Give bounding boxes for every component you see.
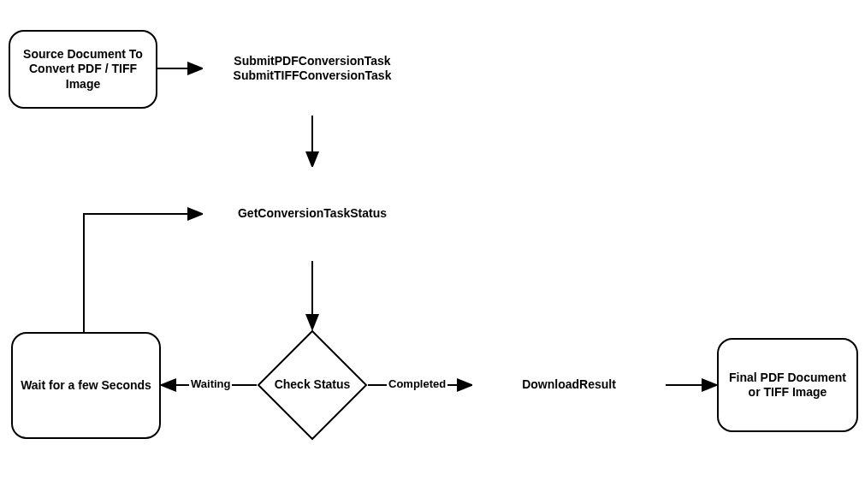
node-source-document: Source Document To Convert PDF / TIFF Im… — [9, 30, 157, 109]
node-label: Source Document To Convert PDF / TIFF Im… — [10, 44, 156, 96]
node-check-status: Check Status — [257, 329, 368, 441]
node-label: Final PDF Document or TIFF Image — [719, 367, 856, 404]
node-final-document: Final PDF Document or TIFF Image — [717, 338, 858, 432]
edge-label-waiting: Waiting — [189, 377, 232, 390]
node-get-status: GetConversionTaskStatus — [203, 167, 422, 261]
node-label: Check Status — [268, 374, 358, 396]
node-download-result: DownloadResult — [472, 338, 666, 432]
node-label: GetConversionTaskStatus — [231, 203, 394, 225]
node-label: Wait for a few Seconds — [14, 375, 158, 397]
node-wait: Wait for a few Seconds — [11, 332, 161, 439]
edge-label-completed: Completed — [387, 377, 447, 390]
node-label: SubmitPDFConversionTask SubmitTIFFConver… — [227, 50, 399, 87]
node-label: DownloadResult — [515, 374, 623, 396]
node-submit-task: SubmitPDFConversionTask SubmitTIFFConver… — [203, 21, 422, 116]
